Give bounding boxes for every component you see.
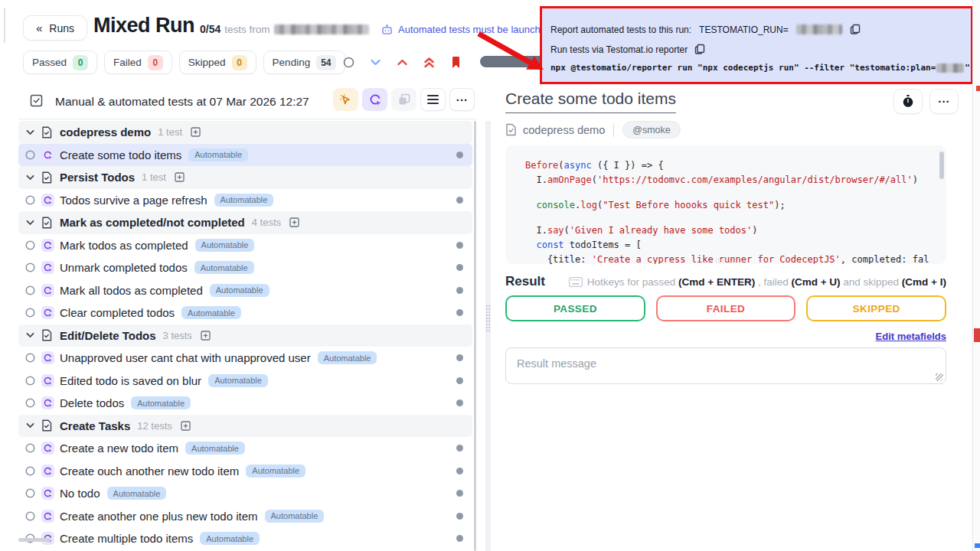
filter-chip-failed[interactable]: Failed0 [104,51,172,74]
suite-name[interactable]: codepress demo [523,124,605,136]
status-circle-icon[interactable] [25,466,35,476]
tree-test-row[interactable]: Create ouch another new todo itemAutomat… [18,460,472,483]
expand-icon[interactable] [191,127,201,137]
code-resize-handle[interactable] [715,259,737,263]
expand-icon[interactable] [289,217,299,227]
robot-icon [381,24,394,35]
tree-group-row[interactable]: Create Tasks12 tests [18,415,472,438]
test-tree: codepress demo1 testCreate some todo ite… [18,121,472,551]
status-circle-icon[interactable] [25,398,35,408]
status-circle-icon[interactable] [335,57,362,68]
automated-filter-button[interactable] [362,88,387,111]
tree-test-row[interactable]: Unapproved user cant chat with unapprove… [18,347,472,370]
verdict-button-passed[interactable]: PASSED [505,295,645,321]
detail-more-button[interactable]: ... [929,89,959,114]
test-title[interactable]: Create some todo items [505,90,676,113]
status-dot [456,354,463,361]
filter-label: Skipped [188,57,226,68]
tree-group-row[interactable]: Mark as completed/not completed4 tests [18,211,472,234]
more-options-button[interactable]: ... [449,88,475,111]
edit-metafields-link[interactable]: Edit metafields [876,331,946,342]
tree-test-row[interactable]: Mark todos as completedAutomatable [18,234,472,257]
status-circle-icon[interactable] [25,488,35,498]
copy-layers-button[interactable] [391,88,416,111]
tree-test-row[interactable]: Mark all todos as completedAutomatable [18,279,472,302]
suite-file-icon [505,123,517,136]
tree-group-row[interactable]: codepress demo1 test [18,121,472,144]
code-scrollbar[interactable] [939,152,944,179]
list-menu-button[interactable] [420,88,446,111]
tree-test-row[interactable]: Edited todo is saved on blurAutomatable [18,370,472,393]
filter-chip-skipped[interactable]: Skipped0 [179,51,256,74]
test-code-block[interactable]: Before(async ({ I }) => { I.amOnPage('ht… [505,145,946,264]
double-chevron-up-icon[interactable] [416,57,443,68]
expand-icon[interactable] [201,331,211,341]
chevron-down-icon[interactable] [26,174,34,181]
tree-test-row[interactable]: Create another one plus new todo itemAut… [18,505,472,528]
expand-icon[interactable] [181,421,191,431]
group-count: 1 test [158,126,182,138]
status-circle-icon[interactable] [25,240,35,250]
back-to-runs-button[interactable]: « Runs [23,15,87,41]
hotkey-text: (Cmd + ENTER) [678,276,755,288]
automated-test-icon [41,442,54,455]
expand-icon[interactable] [175,172,185,182]
group-count: 4 tests [252,217,281,228]
result-message-placeholder: Result message [517,357,596,370]
status-dot [456,535,463,542]
bookmark-icon[interactable] [443,56,469,70]
status-circle-icon[interactable] [25,195,35,205]
ai-magic-button[interactable] [333,88,358,111]
chevron-up-icon[interactable] [389,59,416,66]
panel-splitter[interactable] [485,121,491,551]
tree-test-row[interactable]: Create a new todo itemAutomatable [18,437,472,460]
filter-count: 0 [232,55,247,70]
status-circle-icon[interactable] [25,150,35,160]
tree-group-row[interactable]: Persist Todos1 test [18,166,472,189]
tree-test-row[interactable]: Todos survive a page refreshAutomatable [18,189,472,212]
status-circle-icon[interactable] [25,308,35,318]
timer-button[interactable] [893,89,923,114]
hotkey-text: (Cmd + U) [791,276,840,288]
page-scrollbar[interactable] [972,0,980,551]
status-circle-icon[interactable] [25,262,35,272]
automated-test-icon [41,487,54,500]
verdict-button-failed[interactable]: FAILED [656,295,796,321]
filter-chip-pending[interactable]: Pending54 [263,51,345,74]
status-circle-icon[interactable] [25,511,35,521]
status-filter-chips: Passed0Failed0Skipped0Pending54 [23,51,345,74]
chevron-down-icon[interactable] [26,332,34,338]
chevron-down-icon[interactable] [362,59,389,66]
tree-test-row[interactable]: No todoAutomatable [18,482,472,505]
verdict-button-skipped[interactable]: SKIPPED [806,295,946,321]
automated-tests-alert-link[interactable]: Automated tests must be launched [381,24,551,35]
detail-actions: ... [893,89,959,114]
status-circle-icon[interactable] [25,443,35,453]
report-label: Report automated tests to this run: [550,24,691,35]
tree-test-row[interactable]: Create some todo itemsAutomatable [18,144,472,167]
tree-test-row[interactable]: Clear completed todosAutomatable [18,302,472,324]
status-circle-icon[interactable] [25,353,35,363]
status-circle-icon[interactable] [25,285,35,295]
tree-test-row[interactable]: Delete todosAutomatable [18,392,472,415]
tree-group-row[interactable]: Edit/Delete Todos3 tests [18,324,472,347]
hotkey-text: , failed [755,276,791,288]
chevron-down-icon[interactable] [26,129,34,135]
filter-chip-passed[interactable]: Passed0 [23,51,97,74]
chevron-down-icon[interactable] [26,220,34,226]
run-toolbar-icons [335,51,469,74]
chevron-down-icon[interactable] [26,422,34,429]
tree-test-row[interactable]: Unmark completed todosAutomatable [18,256,472,279]
tag-badge[interactable]: @smoke [622,121,681,139]
textarea-resize-grip[interactable] [936,373,943,381]
copy-icon[interactable] [850,24,861,35]
select-tests-icon[interactable] [29,93,44,111]
result-message-input[interactable]: Result message [505,347,946,384]
sidebar-scrollbar[interactable] [474,121,476,551]
status-circle-icon[interactable] [25,376,35,386]
sidebar-header: Manual & automated tests at 07 Mar 2026 … [18,86,476,119]
splitter-handle[interactable] [485,305,491,332]
sidebar-horizontal-scrollbar[interactable] [18,538,51,542]
tree-test-row[interactable]: Create multiple todo itemsAutomatable [18,527,472,550]
copy-icon[interactable] [694,44,705,55]
